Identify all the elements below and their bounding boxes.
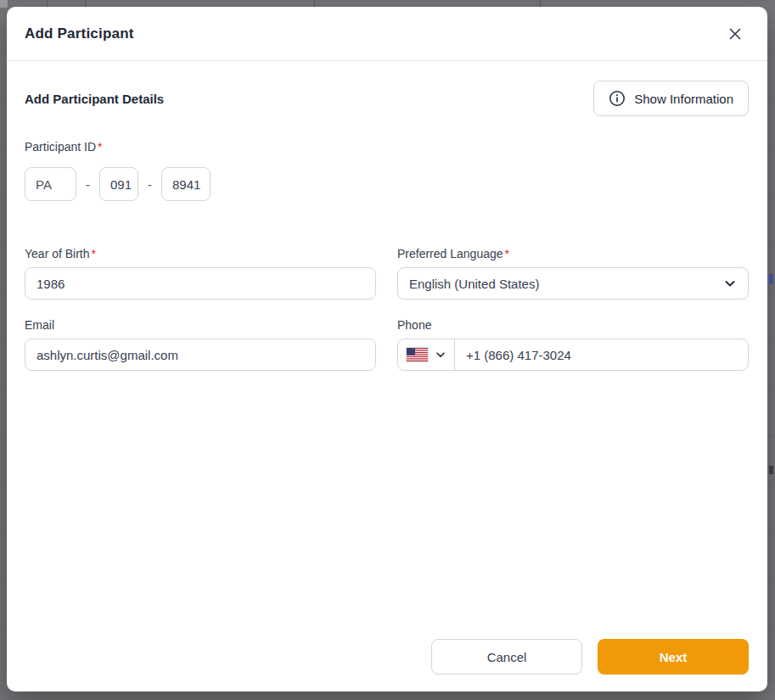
required-marker: * bbox=[505, 247, 509, 260]
preferred-language-select[interactable]: English (United States) bbox=[397, 267, 749, 300]
email-label: Email bbox=[25, 318, 54, 332]
required-marker: * bbox=[92, 247, 96, 260]
section-heading: Add Participant Details bbox=[25, 92, 164, 106]
participant-id-label: Participant ID bbox=[25, 140, 96, 154]
us-flag-icon bbox=[407, 348, 428, 361]
participant-id-segment-1-input[interactable] bbox=[25, 167, 76, 201]
chevron-down-icon bbox=[435, 349, 446, 361]
phone-country-select[interactable] bbox=[398, 339, 455, 370]
phone-number-input[interactable] bbox=[455, 339, 748, 370]
chevron-down-icon bbox=[723, 277, 737, 290]
preferred-language-value: English (United States) bbox=[409, 277, 539, 291]
phone-field bbox=[397, 339, 749, 371]
dialog-header: Add Participant bbox=[7, 7, 767, 61]
x-icon bbox=[727, 26, 743, 42]
year-of-birth-input[interactable] bbox=[25, 267, 376, 300]
participant-id-segment-3-input[interactable] bbox=[161, 167, 211, 201]
preferred-language-label: Preferred Language bbox=[397, 247, 503, 260]
phone-label: Phone bbox=[397, 318, 431, 332]
close-button[interactable] bbox=[723, 22, 747, 46]
background-fragment bbox=[769, 466, 773, 474]
show-information-label: Show Information bbox=[634, 92, 733, 106]
dialog-body: Add Participant Details Show Information… bbox=[7, 61, 767, 639]
segment-separator: - bbox=[86, 177, 90, 192]
next-button[interactable]: Next bbox=[598, 639, 749, 675]
dialog-title: Add Participant bbox=[25, 25, 134, 42]
info-circle-icon bbox=[609, 90, 626, 107]
required-marker: * bbox=[98, 140, 102, 154]
participant-id-segment-2-input[interactable] bbox=[99, 167, 138, 201]
background-fragment bbox=[769, 274, 773, 284]
cancel-button[interactable]: Cancel bbox=[431, 639, 582, 675]
add-participant-dialog: Add Participant Add Participant Details … bbox=[7, 7, 767, 692]
participant-id-group: - - bbox=[25, 167, 749, 201]
segment-separator: - bbox=[148, 177, 152, 192]
dialog-footer: Cancel Next bbox=[7, 639, 767, 692]
year-of-birth-label: Year of Birth bbox=[25, 247, 90, 260]
email-input[interactable] bbox=[25, 339, 376, 371]
show-information-button[interactable]: Show Information bbox=[593, 81, 749, 116]
